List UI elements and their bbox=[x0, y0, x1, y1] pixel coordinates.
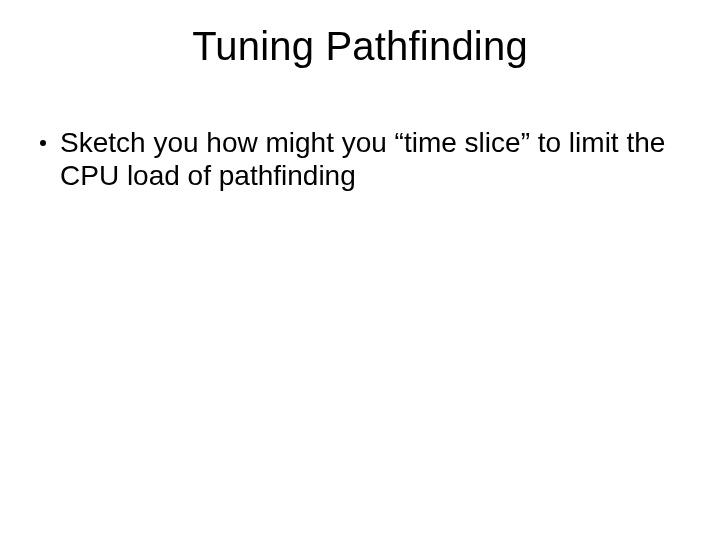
list-item: Sketch you how might you “time slice” to… bbox=[38, 126, 682, 192]
slide-title: Tuning Pathfinding bbox=[0, 24, 720, 69]
slide-body: Sketch you how might you “time slice” to… bbox=[38, 126, 682, 192]
bullet-text: Sketch you how might you “time slice” to… bbox=[60, 126, 682, 192]
slide: Tuning Pathfinding Sketch you how might … bbox=[0, 0, 720, 540]
bullet-icon bbox=[40, 140, 46, 146]
